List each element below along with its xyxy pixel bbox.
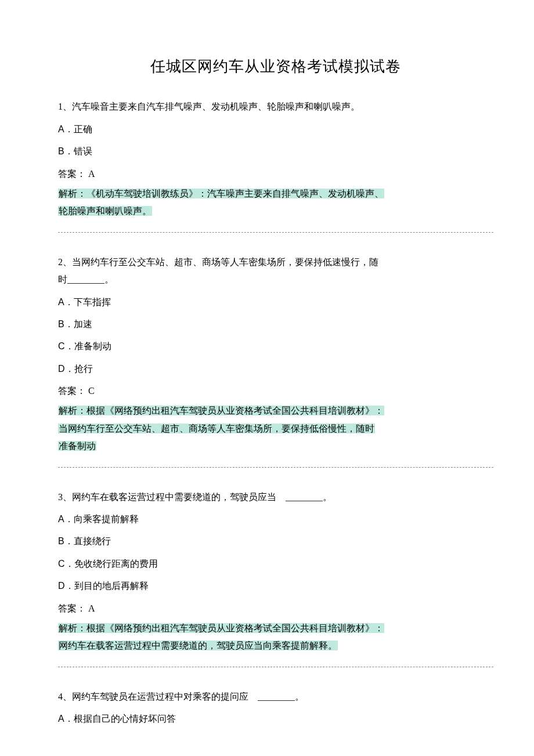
question-3: 3、网约车在载客运营过程中需要绕道的，驾驶员应当 ________。 A．向乘客… bbox=[58, 489, 493, 655]
option-d: D．到目的地后再解释 bbox=[58, 577, 493, 595]
option-a: A．根据自己的心情好坏问答 bbox=[58, 710, 493, 728]
question-2: 2、当网约车行至公交车站、超市、商场等人车密集场所，要保持低速慢行，随 时___… bbox=[58, 254, 493, 455]
explanation-line-2: 轮胎噪声和喇叭噪声。 bbox=[58, 206, 152, 216]
question-text: 2、当网约车行至公交车站、超市、商场等人车密集场所，要保持低速慢行，随 时___… bbox=[58, 254, 493, 289]
explanation: 解析：根据《网络预约出租汽车驾驶员从业资格考试全国公共科目培训教材》： 网约车在… bbox=[58, 620, 493, 655]
option-a: A．正确 bbox=[58, 121, 493, 138]
divider bbox=[58, 667, 493, 667]
answer: 答案： C bbox=[58, 382, 493, 400]
explanation: 解析：《机动车驾驶培训教练员》：汽车噪声主要来自排气噪声、发动机噪声、 轮胎噪声… bbox=[58, 185, 493, 220]
question-text-line-1: 2、当网约车行至公交车站、超市、商场等人车密集场所，要保持低速慢行，随 bbox=[58, 257, 378, 267]
answer: 答案： A bbox=[58, 165, 493, 183]
explanation-line-1: 解析：《机动车驾驶培训教练员》：汽车噪声主要来自排气噪声、发动机噪声、 bbox=[58, 189, 384, 198]
divider bbox=[58, 232, 493, 233]
option-b: B．错误 bbox=[58, 143, 493, 160]
option-c: C．准备制动 bbox=[58, 338, 493, 355]
question-text: 3、网约车在载客运营过程中需要绕道的，驾驶员应当 ________。 bbox=[58, 489, 493, 506]
explanation: 解析：根据《网络预约出租汽车驾驶员从业资格考试全国公共科目培训教材》： 当网约车… bbox=[58, 402, 493, 455]
option-b: B．直接绕行 bbox=[58, 533, 493, 550]
question-text-line-2: 时________。 bbox=[58, 274, 114, 284]
page-title: 任城区网约车从业资格考试模拟试卷 bbox=[58, 52, 493, 81]
question-4: 4、网约车驾驶员在运营过程中对乘客的提问应 ________。 A．根据自己的心… bbox=[58, 688, 493, 728]
answer: 答案： A bbox=[58, 600, 493, 617]
explanation-line-3: 准备制动 bbox=[58, 441, 96, 451]
explanation-line-2: 当网约车行至公交车站、超市、商场等人车密集场所，要保持低俗慢性，随时 bbox=[58, 424, 375, 433]
option-b: B．加速 bbox=[58, 316, 493, 333]
option-c: C．免收绕行距离的费用 bbox=[58, 555, 493, 573]
question-text: 4、网约车驾驶员在运营过程中对乘客的提问应 ________。 bbox=[58, 688, 493, 706]
option-d: D．抢行 bbox=[58, 360, 493, 378]
explanation-line-1: 解析：根据《网络预约出租汽车驾驶员从业资格考试全国公共科目培训教材》： bbox=[58, 623, 384, 633]
divider bbox=[58, 467, 493, 468]
option-a: A．下车指挥 bbox=[58, 294, 493, 311]
explanation-line-1: 解析：根据《网络预约出租汽车驾驶员从业资格考试全国公共科目培训教材》： bbox=[58, 406, 384, 415]
option-a: A．向乘客提前解释 bbox=[58, 511, 493, 528]
question-1: 1、汽车噪音主要来自汽车排气噪声、发动机噪声、轮胎噪声和喇叭噪声。 A．正确 B… bbox=[58, 98, 493, 220]
explanation-line-2: 网约车在载客运营过程中需要绕道的，驾驶员应当向乘客提前解释。 bbox=[58, 641, 338, 650]
question-text: 1、汽车噪音主要来自汽车排气噪声、发动机噪声、轮胎噪声和喇叭噪声。 bbox=[58, 98, 493, 115]
